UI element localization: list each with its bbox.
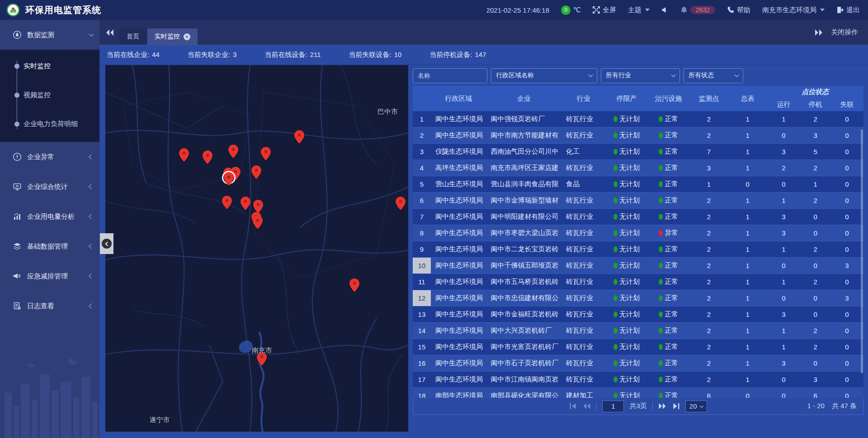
sidebar-item-4[interactable]: 基础数据管理 [0, 231, 99, 261]
table-row[interactable]: 1阆中生态环境局阆中强锐页岩砖厂砖瓦行业无计划正常21120 [413, 111, 863, 127]
table-row[interactable]: 18南部生态环境局南部县砚化水泥有限公建材加工无计划正常60060 [413, 388, 863, 398]
table-row[interactable]: 16阆中生态环境局阆中市石子页岩机砖厂砖瓦行业无计划正常21300 [413, 355, 863, 372]
fullscreen-button[interactable]: 全屏 [593, 6, 616, 14]
cell-company: 阆中市忠信建材有限公 [486, 290, 561, 306]
status-filter-select[interactable]: 所有状态 [684, 68, 743, 83]
table-row[interactable]: 9阆中生态环境局阆中市二龙长宝页岩砖砖瓦行业无计划正常21120 [413, 241, 863, 258]
map-pin-icon[interactable] [179, 148, 189, 162]
cell-points: 2 [689, 127, 728, 143]
sidebar-item-label: 应急减排管理 [27, 272, 90, 281]
cell-index: 16 [413, 355, 431, 371]
cell-limit: 无计划 [606, 258, 648, 273]
cell-facility: 正常 [647, 323, 689, 339]
stats-bar: 当前在线企业:44当前失联企业:3当前在线设备:211当前失联设备:10当前停机… [99, 45, 868, 65]
close-actions-dropdown[interactable]: 关闭操作 [831, 28, 858, 37]
help-label: 帮助 [737, 6, 750, 14]
map-pin-icon[interactable] [222, 196, 232, 209]
map-pin-icon[interactable] [349, 278, 359, 292]
logout-icon [836, 6, 844, 14]
map-pin-icon[interactable] [396, 197, 406, 210]
logout-button[interactable]: 退出 [836, 6, 860, 14]
notifications[interactable]: 2632 [680, 6, 715, 14]
table-row[interactable]: 6阆中生态环境局阆中市金博瑞新型墙材砖瓦行业无计划正常21120 [413, 193, 863, 209]
help-button[interactable]: 帮助 [727, 6, 750, 14]
collapse-map-handle[interactable] [100, 233, 113, 254]
last-page-button[interactable] [672, 403, 680, 409]
map-pin-icon[interactable] [294, 130, 304, 144]
cell-facility: 正常 [647, 209, 689, 225]
cell-index: 11 [413, 274, 431, 290]
map-city-label: 南充市 [252, 346, 272, 354]
cell-company: 南充市高坪区王家店建 [486, 160, 561, 176]
status-dot-icon [613, 377, 618, 382]
status-dot-icon [659, 377, 663, 382]
table-scrollbar[interactable] [861, 129, 863, 373]
sidebar-item-2[interactable]: 企业综合统计 [0, 172, 99, 202]
sidebar-subitem[interactable]: 视频监控 [0, 80, 99, 109]
table-row[interactable]: 7阆中生态环境局阆中明阳建材有限公司砖瓦行业无计划正常21300 [413, 209, 863, 225]
facility-status-label: 正常 [665, 294, 678, 302]
industry-filter-select[interactable]: 所有行业 [601, 68, 680, 83]
first-page-button[interactable] [569, 403, 577, 409]
status-dot-icon [613, 198, 618, 203]
sidebar-item-5[interactable]: 应急减排管理 [0, 261, 99, 291]
cell-region: 阆中生态环境局 [431, 274, 486, 290]
map-pin-icon[interactable] [224, 172, 234, 186]
region-filter-value: 行政区域名称 [496, 71, 534, 80]
map-pin-icon[interactable] [241, 197, 250, 210]
table-row[interactable]: 3仪陇生态环境局西南油气田分公司川中化工无计划正常71350 [413, 144, 863, 160]
sidebar-item-3[interactable]: 企业用电量分析 [0, 202, 99, 231]
table-row[interactable]: 13阆中生态环境局阆中市金福旺页岩机砖砖瓦行业无计划正常21300 [413, 306, 863, 323]
stat-item: 当前失联设备:10 [349, 51, 401, 59]
tab-首页[interactable]: 首页 [119, 28, 146, 45]
speaker-muted-icon[interactable] [661, 6, 669, 14]
map-pin-icon[interactable] [253, 216, 263, 229]
table-row[interactable]: 15阆中生态环境局阆中市光富页岩机砖厂砖瓦行业无计划正常21120 [413, 339, 863, 355]
sidebar-subitem[interactable]: 实时监控 [0, 52, 99, 80]
scroll-tabs-left-icon[interactable] [106, 29, 114, 36]
cell-meters: 1 [728, 209, 767, 225]
cell-company: 阆中市枣碧大梁山页岩 [486, 225, 561, 241]
cell-company: 阆中大兴页岩机砖厂 [486, 323, 561, 339]
table-row[interactable]: 5营山生态环境局营山县润丰肉食品有限食品无计划正常10010 [413, 176, 863, 193]
map-pin-icon[interactable] [228, 145, 238, 158]
table-row[interactable]: 14阆中生态环境局阆中大兴页岩机砖厂砖瓦行业无计划正常21120 [413, 323, 863, 339]
cell-industry: 食品 [561, 176, 606, 192]
map-pin-icon[interactable] [203, 151, 212, 164]
cell-region: 仪陇生态环境局 [431, 144, 486, 160]
table-row[interactable]: 17阆中生态环境局阆中市江南镇阆南页岩砖瓦行业无计划正常21030 [413, 372, 863, 388]
table-row[interactable]: 2阆中生态环境局阆中市南方节能建材有砖瓦行业无计划正常21030 [413, 127, 863, 144]
cell-limit: 无计划 [606, 388, 648, 398]
org-dropdown[interactable]: 南充市生态环境局 [762, 6, 825, 14]
tab-实时监控[interactable]: 实时监控✕ [147, 28, 198, 45]
prev-page-button[interactable] [583, 403, 591, 409]
map-pin-icon[interactable] [261, 147, 271, 160]
cell-company: 阆中市江南镇阆南页岩 [486, 372, 561, 387]
close-icon[interactable]: ✕ [184, 33, 190, 40]
next-page-button[interactable] [658, 403, 666, 409]
table-row[interactable]: 10阆中生态环境局阆中千佛镇五郎垭页岩砖瓦行业无计划正常21003 [413, 258, 863, 274]
map-pin-icon[interactable] [253, 200, 263, 213]
stat-value: 147 [475, 51, 486, 59]
name-filter-input[interactable] [418, 72, 482, 79]
table-row[interactable]: 11阆中生态环境局阆中市五马桥页岩机砖砖瓦行业无计划正常21120 [413, 274, 863, 290]
table-row[interactable]: 8阆中生态环境局阆中市枣碧大梁山页岩砖瓦行业无计划异常21300 [413, 225, 863, 241]
region-filter-select[interactable]: 行政区域名称 [491, 68, 597, 83]
scroll-tabs-right-icon[interactable] [815, 29, 823, 36]
table-row[interactable]: 12阆中生态环境局阆中市忠信建材有限公砖瓦行业无计划正常21003 [413, 290, 863, 306]
sidebar-subitem[interactable]: 企业电力负荷明细 [0, 109, 99, 138]
page-size-select[interactable]: 20 [685, 400, 707, 412]
table-row[interactable]: 4高坪生态环境局南充市高坪区王家店建砖瓦行业无计划正常31220 [413, 160, 863, 176]
limit-status-label: 无计划 [619, 131, 640, 140]
sidebar-item-0[interactable]: 数据监测 [0, 20, 99, 50]
sidebar-item-1[interactable]: 企业异常 [0, 142, 99, 172]
page-number-input[interactable] [602, 400, 624, 412]
cell-region: 阆中生态环境局 [431, 225, 486, 241]
cell-index: 18 [413, 388, 431, 398]
map-panel[interactable]: 巴中市南充市遂宁市 [105, 65, 408, 432]
sidebar-item-6[interactable]: 日志查看 [0, 291, 99, 321]
cell-lost: 0 [830, 111, 863, 127]
chevron-down-icon [735, 73, 739, 77]
theme-dropdown[interactable]: 主题 [628, 6, 650, 14]
map-pin-icon[interactable] [251, 165, 261, 179]
